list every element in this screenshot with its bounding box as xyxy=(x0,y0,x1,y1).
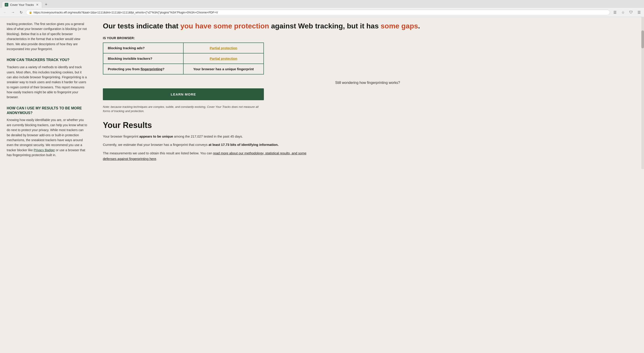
table-cell-label-3: Protecting you from fingerprinting? xyxy=(103,64,183,74)
results-para-3: The measurements we used to obtain this … xyxy=(103,150,318,162)
table-cell-value-3: Your browser has a unique fingerprint xyxy=(183,64,264,74)
browser-chrome: C Cover Your Tracks ✕ + ← → ↻ 🔒 https://… xyxy=(0,0,644,17)
back-button[interactable]: ← xyxy=(2,9,8,16)
table-cell-label-2: Blocking invisible trackers? xyxy=(103,53,183,64)
sidebar-trackers-heading: HOW CAN TRACKERS TRACK YOU? xyxy=(7,58,87,62)
headline-highlight1: you have some protection xyxy=(180,22,269,30)
sidebar-anonymous-section: HOW CAN I USE MY RESULTS TO BE MORE ANON… xyxy=(7,106,87,158)
sidebar-trackers-section: HOW CAN TRACKERS TRACK YOU? Trackers use… xyxy=(7,58,87,100)
tab-title: Cover Your Tracks xyxy=(10,3,34,7)
fingerprint-question: Still wondering how fingerprinting works… xyxy=(103,81,632,85)
star-button[interactable]: ☆ xyxy=(620,9,626,16)
table-row: Blocking tracking ads? Partial protectio… xyxy=(103,43,264,53)
fingerprinting-link[interactable]: fingerprinting xyxy=(141,67,162,71)
table-cell-value-2: Partial protection xyxy=(183,53,264,64)
sidebar-anonymous-heading: HOW CAN I USE MY RESULTS TO BE MORE ANON… xyxy=(7,106,87,115)
new-tab-button[interactable]: + xyxy=(43,2,49,8)
results-para2-bold: at least 17.73 bits of identifying infor… xyxy=(208,143,278,147)
nav-extras: ☰ ☆ 🛡 ☰ xyxy=(612,9,642,16)
note-text: Note: because tracking techniques are co… xyxy=(103,105,264,113)
active-tab[interactable]: C Cover Your Tracks ✕ xyxy=(2,1,42,8)
security-icon: 🔒 xyxy=(29,11,32,14)
results-para1-text1: Your browser fingerprint xyxy=(103,134,139,138)
learn-more-button[interactable]: LEARN MORE xyxy=(103,88,264,100)
table-cell-label-1: Blocking tracking ads? xyxy=(103,43,183,53)
scrollbar-track[interactable] xyxy=(641,17,644,169)
table-cell-value-1: Partial protection xyxy=(183,43,264,53)
main-headline: Our tests indicate that you have some pr… xyxy=(103,22,632,31)
results-para1-bold: appears to be unique xyxy=(139,134,173,138)
results-para2-text1: Currently, we estimate that your browser… xyxy=(103,143,208,147)
forward-button[interactable]: → xyxy=(10,9,16,16)
sidebar-trackers-text: Trackers use a variety of methods to ide… xyxy=(7,65,87,100)
results-para3-text1: The measurements we used to obtain this … xyxy=(103,151,213,155)
privacy-badger-link[interactable]: Privacy Badger xyxy=(34,148,55,152)
headline-part2: against Web tracking, but it has xyxy=(269,22,380,30)
sidebar: tracking protection. The first section g… xyxy=(0,17,94,169)
sidebar-intro: tracking protection. The first section g… xyxy=(7,22,87,52)
reload-button[interactable]: ↻ xyxy=(18,9,24,16)
results-para1-text2: among the 217,027 tested in the past 45 … xyxy=(173,134,243,138)
headline-part1: Our tests indicate that xyxy=(103,22,180,30)
unique-fingerprint-label: Your browser has a unique fingerprint xyxy=(193,67,254,71)
sidebar-anonymous-text: Knowing how easily identifiable you are,… xyxy=(7,117,87,157)
address-bar[interactable]: 🔒 https://coveryourtracks.eff.orghttps:/… xyxy=(26,10,610,15)
partial-protection-2: Partial protection xyxy=(210,57,237,60)
bookmarks-button[interactable]: ☰ xyxy=(612,9,618,16)
scrollbar-thumb[interactable] xyxy=(641,31,644,48)
nav-bar: ← → ↻ 🔒 https://coveryourtracks.eff.orgh… xyxy=(0,8,644,17)
your-results-heading: Your Results xyxy=(103,121,632,130)
tab-bar: C Cover Your Tracks ✕ + xyxy=(0,0,644,8)
table-row: Protecting you from fingerprinting? Your… xyxy=(103,64,264,74)
headline-highlight2: some gaps xyxy=(380,22,418,30)
shield-button[interactable]: 🛡 xyxy=(628,9,634,16)
results-para-2: Currently, we estimate that your browser… xyxy=(103,142,318,148)
results-table: Blocking tracking ads? Partial protectio… xyxy=(103,43,264,75)
url-display: https://coveryourtracks.eff.orghttps://c… xyxy=(34,11,607,14)
tab-close-button[interactable]: ✕ xyxy=(36,3,39,7)
results-para3-end: . xyxy=(156,157,157,161)
sidebar-intro-text: tracking protection. The first section g… xyxy=(7,22,87,52)
main-content: Our tests indicate that you have some pr… xyxy=(94,17,641,169)
table-row: Blocking invisible trackers? Partial pro… xyxy=(103,53,264,64)
results-para-1: Your browser fingerprint appears to be u… xyxy=(103,134,318,139)
tab-favicon: C xyxy=(5,3,8,7)
is-your-browser-label: IS YOUR BROWSER: xyxy=(103,36,632,40)
page-content: tracking protection. The first section g… xyxy=(0,17,644,169)
menu-button[interactable]: ☰ xyxy=(636,9,642,16)
partial-protection-1: Partial protection xyxy=(210,46,237,50)
